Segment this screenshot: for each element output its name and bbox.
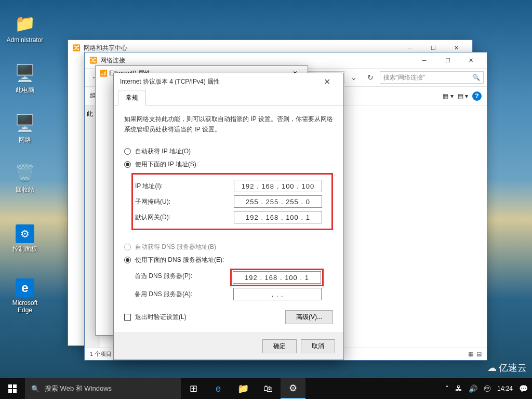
alt-dns-label: 备用 DNS 服务器(A):	[135, 290, 233, 299]
search-icon: 🔍	[472, 74, 480, 81]
view-icons-button[interactable]: ▦ ▾	[443, 92, 453, 100]
tab-strip: 常规	[114, 90, 343, 105]
icon-label: 控制面板	[5, 245, 45, 252]
description-text: 如果网络支持此功能，则可以获取自动指派的 IP 设置。否则，你需要从网络系统管理…	[124, 114, 333, 135]
desktop-icon-control-panel[interactable]: ⚙ 控制面板	[5, 224, 45, 252]
ip-address-input[interactable]: 192 . 168 . 100 . 100	[234, 180, 322, 192]
dialog-title: Internet 协议版本 4 (TCP/IPv4) 属性	[120, 77, 220, 86]
desktop-icon-edge[interactable]: e Microsoft Edge	[5, 278, 45, 314]
subnet-mask-input[interactable]: 255 . 255 . 255 . 0	[234, 195, 322, 208]
maximize-button[interactable]: ☐	[436, 52, 459, 68]
svg-rect-1	[13, 384, 17, 388]
radio-icon	[124, 161, 131, 168]
desktop-icon-network[interactable]: 🖥️ 网络	[5, 112, 45, 143]
cloud-icon: ☁	[487, 362, 497, 374]
taskbar-search[interactable]: 🔍 搜索 Web 和 Windows	[25, 378, 181, 399]
search-placeholder: 搜索 Web 和 Windows	[45, 384, 112, 393]
clock[interactable]: 14:24	[497, 385, 513, 392]
task-view-button[interactable]: ⊞	[181, 378, 206, 399]
gateway-label: 默认网关(D):	[135, 213, 234, 222]
ip-settings-highlight: IP 地址(I): 192 . 168 . 100 . 100 子网掩码(U):…	[131, 173, 333, 230]
icon-label: Administrator	[5, 36, 45, 44]
cancel-button[interactable]: 取消	[301, 339, 335, 353]
icon-label: Microsoft Edge	[5, 299, 45, 314]
icon-label: 此电脑	[5, 86, 45, 94]
svg-rect-3	[13, 389, 17, 393]
radio-label: 自动获得 IP 地址(O)	[135, 147, 191, 156]
radio-icon	[124, 244, 131, 250]
radio-auto-dns: 自动获得 DNS 服务器地址(B)	[124, 243, 333, 251]
ime-tray-icon[interactable]: ㊥	[484, 384, 491, 393]
close-button[interactable]: ✕	[459, 52, 483, 68]
radio-icon	[124, 148, 131, 155]
radio-manual-dns[interactable]: 使用下面的 DNS 服务器地址(E):	[124, 256, 333, 264]
refresh-button[interactable]: ↻	[363, 71, 378, 84]
subnet-mask-label: 子网掩码(U):	[135, 197, 234, 206]
preferred-dns-label: 首选 DNS 服务器(P):	[135, 272, 233, 281]
search-icon: 🔍	[31, 385, 39, 393]
window-title: 网络连接	[100, 56, 413, 65]
windows-icon	[8, 384, 17, 393]
edge-icon: e	[16, 278, 34, 297]
taskbar: 🔍 搜索 Web 和 Windows ⊞ e 📁 🛍 ⚙ ˄ 🖧 🔊 ㊥ 14:…	[0, 378, 532, 399]
radio-label: 使用下面的 DNS 服务器地址(E):	[135, 256, 224, 264]
view-details-button[interactable]: ▤ ▾	[458, 92, 468, 100]
desktop-icon-this-pc[interactable]: 🖥️ 此电脑	[5, 62, 45, 94]
action-center-icon[interactable]: 💬	[519, 384, 528, 393]
network-center-icon: 🔀	[72, 44, 81, 52]
start-button[interactable]	[0, 378, 25, 399]
svg-rect-0	[8, 384, 12, 388]
checkbox-icon	[124, 314, 131, 321]
user-folder-icon: 📁	[14, 12, 36, 34]
ok-button[interactable]: 确定	[262, 339, 297, 353]
network-icon: 🖥️	[14, 112, 36, 134]
system-tray: ˄ 🖧 🔊 ㊥ 14:24 💬	[441, 384, 532, 393]
advanced-button[interactable]: 高级(V)...	[285, 310, 333, 324]
radio-auto-ip[interactable]: 自动获得 IP 地址(O)	[124, 147, 333, 156]
help-button[interactable]: ?	[472, 91, 482, 101]
tray-expand-icon[interactable]: ˄	[445, 384, 449, 393]
radio-manual-ip[interactable]: 使用下面的 IP 地址(S):	[124, 160, 333, 169]
file-explorer-icon[interactable]: 📁	[231, 378, 256, 399]
recycle-bin-icon: 🗑️	[14, 162, 36, 184]
control-panel-icon: ⚙	[16, 224, 34, 243]
network-tray-icon[interactable]: 🖧	[455, 384, 462, 393]
network-connections-icon: 🔀	[89, 56, 97, 64]
desktop-icon-administrator[interactable]: 📁 Administrator	[5, 12, 45, 44]
checkbox-label: 退出时验证设置(L)	[135, 313, 187, 322]
tab-general[interactable]: 常规	[118, 90, 146, 105]
icon-label: 网络	[5, 136, 45, 143]
control-panel-taskbar-icon[interactable]: ⚙	[281, 378, 305, 399]
search-input[interactable]: 搜索"网络连接" 🔍	[380, 71, 484, 84]
icon-label: 回收站	[5, 186, 45, 193]
ip-address-label: IP 地址(I):	[135, 182, 234, 191]
volume-tray-icon[interactable]: 🔊	[469, 384, 477, 393]
desktop-icon-recycle-bin[interactable]: 🗑️ 回收站	[5, 162, 45, 193]
view-large-icon[interactable]: ▦	[468, 351, 473, 357]
titlebar[interactable]: Internet 协议版本 4 (TCP/IPv4) 属性 ✕	[114, 73, 343, 90]
ethernet-icon: 📶	[100, 70, 108, 77]
radio-label: 使用下面的 IP 地址(S):	[135, 160, 198, 169]
watermark-text: 亿速云	[499, 362, 527, 374]
window-title: 网络和共享中心	[84, 44, 398, 52]
gateway-input[interactable]: 192 . 168 . 100 . 1	[234, 211, 322, 223]
search-placeholder: 搜索"网络连接"	[383, 73, 425, 82]
radio-icon	[124, 257, 131, 263]
pc-icon: 🖥️	[14, 62, 36, 84]
view-details-icon[interactable]: ▤	[476, 351, 482, 357]
watermark: ☁ 亿速云	[487, 362, 527, 374]
store-icon[interactable]: 🛍	[256, 378, 281, 399]
close-button[interactable]: ✕	[316, 73, 337, 90]
minimize-button[interactable]: ─	[413, 52, 436, 68]
edge-taskbar-icon[interactable]: e	[206, 378, 231, 399]
item-count: 1 个项目	[90, 350, 112, 358]
radio-label: 自动获得 DNS 服务器地址(B)	[135, 243, 216, 251]
preferred-dns-input[interactable]: 192 . 168 . 100 . 1	[233, 271, 321, 284]
svg-rect-2	[8, 389, 12, 393]
dropdown-button[interactable]: ⌄	[347, 71, 361, 84]
alt-dns-input[interactable]: . . .	[233, 288, 322, 300]
ipv4-properties-dialog: Internet 协议版本 4 (TCP/IPv4) 属性 ✕ 常规 如果网络支…	[113, 73, 344, 360]
